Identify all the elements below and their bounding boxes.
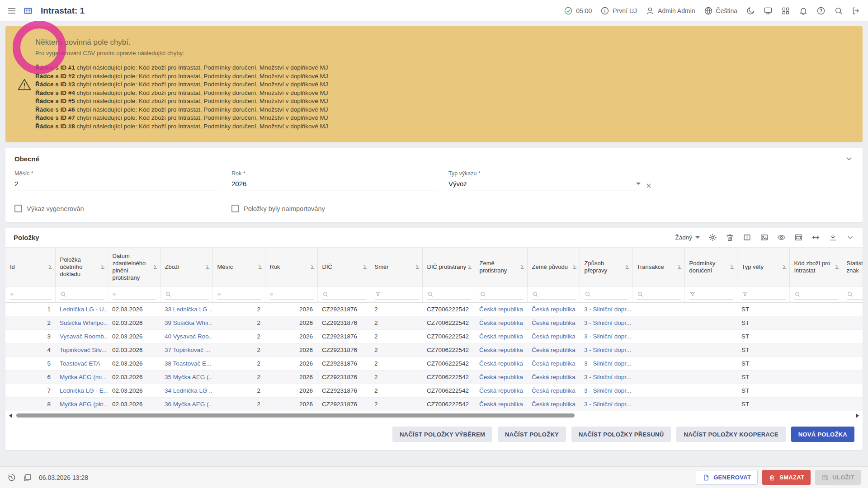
filter-cell[interactable]: = bbox=[113, 291, 156, 300]
sum-icon[interactable]: Σ bbox=[468, 263, 472, 270]
column-header[interactable]: TransakceΣ bbox=[632, 248, 684, 286]
sum-icon[interactable]: Σ bbox=[625, 263, 629, 270]
table-cell[interactable]: 3 - Silniční dopr... bbox=[580, 330, 632, 343]
search-filter-icon[interactable] bbox=[585, 291, 591, 297]
visibility-eye-icon[interactable] bbox=[777, 233, 786, 242]
report-type-value[interactable]: Vývoz bbox=[448, 180, 636, 188]
sum-icon[interactable]: Σ bbox=[206, 263, 209, 270]
funnel-filter-icon[interactable] bbox=[742, 291, 748, 297]
table-cell[interactable]: Myčka AEG (mi... bbox=[55, 371, 108, 384]
table-cell[interactable]: Česká republika bbox=[475, 384, 527, 398]
scroll-right-arrow[interactable] bbox=[856, 413, 859, 418]
filter-cell[interactable] bbox=[742, 291, 786, 300]
filter-cell[interactable] bbox=[689, 291, 733, 300]
session-timer[interactable]: 05:00 bbox=[564, 6, 592, 15]
table-cell[interactable]: 40 Vysavač Roo... bbox=[160, 330, 212, 343]
sum-icon[interactable]: Σ bbox=[311, 263, 314, 270]
table-cell[interactable]: Česká republika bbox=[527, 330, 580, 343]
column-header[interactable]: Položka účetního dokladuΣ bbox=[55, 248, 108, 286]
load-items-button[interactable]: NAČÍST POLOŽKY VÝBĚREM bbox=[392, 427, 492, 442]
table-cell[interactable]: 3 - Silniční dopr... bbox=[580, 343, 632, 357]
load-items-button[interactable]: NAČÍST POLOŽKY PŘESUNŮ bbox=[571, 427, 671, 442]
filter-cell[interactable] bbox=[480, 291, 524, 300]
user-menu[interactable]: Admin Admin bbox=[646, 6, 695, 15]
filter-input[interactable] bbox=[119, 291, 156, 297]
search-filter-icon[interactable] bbox=[427, 291, 434, 297]
sum-icon[interactable]: Σ bbox=[258, 263, 262, 270]
filter-input[interactable] bbox=[224, 291, 261, 297]
column-header[interactable]: Statistický znakΣ bbox=[842, 248, 863, 286]
new-item-button[interactable]: NOVÁ POLOŽKA bbox=[791, 427, 854, 442]
table-cell[interactable]: Topinkovač Silv... bbox=[55, 343, 108, 357]
collapse-items-icon[interactable] bbox=[846, 233, 854, 242]
table-cell[interactable]: Česká republika bbox=[527, 384, 580, 398]
table-cell[interactable]: Myčka AEG (pln... bbox=[55, 398, 108, 411]
year-input[interactable]: 2026 bbox=[231, 180, 436, 188]
equals-filter-icon[interactable]: = bbox=[10, 291, 14, 297]
table-cell[interactable]: Česká republika bbox=[475, 398, 527, 411]
table-cell[interactable]: Sušička Whirlpo... bbox=[55, 316, 108, 330]
table-cell[interactable]: 3 - Silniční dopr... bbox=[580, 303, 632, 316]
table-cell[interactable]: 34 Lednička LG ... bbox=[160, 384, 212, 398]
table-cell[interactable]: Česká republika bbox=[475, 343, 527, 357]
filter-cell[interactable] bbox=[427, 291, 471, 300]
table-cell[interactable]: 3 - Silniční dopr... bbox=[580, 384, 632, 398]
table-row[interactable]: 4Topinkovač Silv...02.03.202637 Topinkov… bbox=[5, 343, 863, 357]
generated-checkbox[interactable] bbox=[14, 205, 22, 212]
sum-icon[interactable]: Σ bbox=[678, 263, 681, 270]
month-field[interactable]: Měsíc * 2 bbox=[14, 170, 219, 191]
search-filter-icon[interactable] bbox=[637, 291, 643, 297]
year-field[interactable]: Rok * 2026 bbox=[231, 170, 436, 191]
sum-icon[interactable]: Σ bbox=[415, 263, 419, 270]
notifications-bell-icon[interactable] bbox=[799, 6, 808, 15]
column-header[interactable]: Země protistranyΣ bbox=[475, 248, 527, 286]
filter-input[interactable] bbox=[331, 291, 366, 297]
table-cell[interactable]: Česká republika bbox=[475, 371, 527, 384]
filter-input[interactable] bbox=[69, 291, 104, 297]
column-header[interactable]: Způsob přepravyΣ bbox=[580, 248, 632, 286]
grid-delete-icon[interactable] bbox=[726, 233, 734, 242]
save-button[interactable]: ULOŽIT bbox=[815, 470, 861, 485]
column-header[interactable]: Kód zboží pro IntrastatΣ bbox=[789, 248, 842, 286]
search-filter-icon[interactable] bbox=[480, 291, 486, 297]
filter-input[interactable] bbox=[751, 291, 786, 297]
column-header[interactable]: Podmínky doručeníΣ bbox=[684, 248, 737, 286]
column-header[interactable]: DIČΣ bbox=[317, 248, 370, 286]
generate-button[interactable]: GENEROVAT bbox=[696, 470, 758, 485]
imported-checkbox[interactable] bbox=[231, 205, 239, 212]
sum-icon[interactable]: Σ bbox=[573, 263, 576, 270]
column-header[interactable]: IdΣ bbox=[5, 248, 55, 286]
column-header[interactable]: DIČ protistranyΣ bbox=[422, 248, 475, 286]
export-image-icon[interactable] bbox=[760, 233, 769, 242]
clear-report-type-icon[interactable] bbox=[645, 182, 652, 191]
equals-filter-icon[interactable]: = bbox=[113, 291, 116, 297]
table-row[interactable]: 6Myčka AEG (mi...02.03.202635 Myčka AEG … bbox=[5, 371, 863, 384]
table-row[interactable]: 2Sušička Whirlpo...02.03.202639 Sušička … bbox=[5, 316, 863, 330]
language-selector[interactable]: Čeština bbox=[704, 6, 737, 15]
filter-input[interactable] bbox=[856, 291, 863, 297]
search-filter-icon[interactable] bbox=[165, 291, 171, 297]
equals-filter-icon[interactable]: = bbox=[270, 291, 274, 297]
table-row[interactable]: 3Vysavač Roomb...02.03.202640 Vysavač Ro… bbox=[5, 330, 863, 343]
collapse-general-icon[interactable] bbox=[844, 154, 854, 163]
table-cell[interactable]: Česká republika bbox=[527, 303, 580, 316]
filter-input[interactable] bbox=[803, 291, 838, 297]
download-icon[interactable] bbox=[829, 233, 837, 242]
filter-cell[interactable] bbox=[375, 291, 419, 300]
filter-input[interactable] bbox=[489, 291, 524, 297]
filter-cell[interactable]: = bbox=[217, 291, 261, 300]
sum-icon[interactable]: Σ bbox=[730, 263, 734, 270]
table-cell[interactable]: Lednička LG - U... bbox=[55, 303, 108, 316]
filter-cell[interactable] bbox=[322, 291, 366, 300]
table-cell[interactable]: 39 Sušička Whir... bbox=[160, 316, 212, 330]
table-cell[interactable]: Česká republika bbox=[475, 303, 527, 316]
search-filter-icon[interactable] bbox=[532, 291, 538, 297]
table-cell[interactable]: 3 - Silniční dopr... bbox=[580, 316, 632, 330]
table-cell[interactable]: Česká republika bbox=[527, 371, 580, 384]
dropdown-caret-icon[interactable] bbox=[636, 183, 641, 185]
search-filter-icon[interactable] bbox=[794, 291, 801, 297]
filter-input[interactable] bbox=[436, 291, 471, 297]
table-cell[interactable]: Lednička LG - E... bbox=[55, 384, 108, 398]
table-cell[interactable]: 33 Lednička LG ... bbox=[160, 303, 212, 316]
table-row[interactable]: 5Toastovač ETA02.03.202638 Toastovač E..… bbox=[5, 357, 863, 371]
